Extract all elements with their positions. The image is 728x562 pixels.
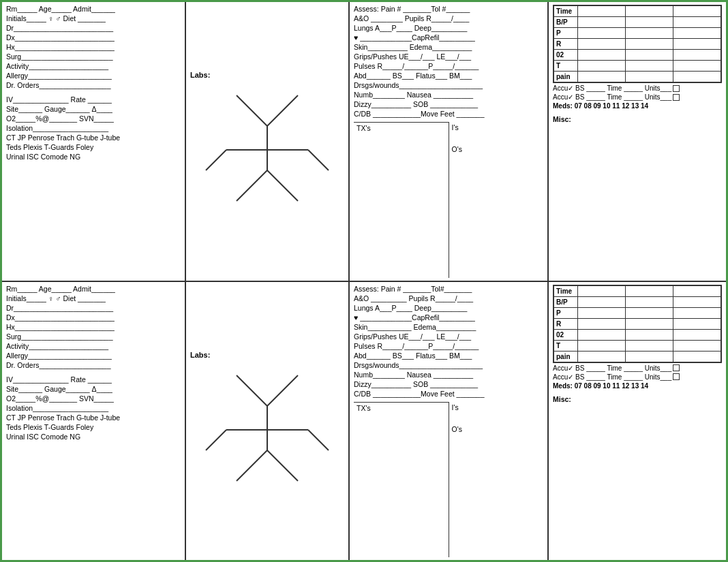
vitals-label-t: T: [554, 61, 578, 72]
bot-vitals-cell-pain-1: [578, 351, 626, 362]
bot-vitals-cell-bp-3: [673, 296, 721, 307]
bot-dr-orders: Dr. Orders__________________: [6, 361, 181, 369]
bot-vitals-label-r: R: [554, 318, 578, 329]
bot-accu2-checkbox[interactable]: [673, 373, 680, 380]
top-labs-label: Labs:: [190, 71, 210, 79]
svg-line-8: [237, 375, 267, 406]
top-assess-col: Assess: Pain # _______Tol #______ A&O __…: [350, 2, 549, 281]
assess-line1: Assess: Pain # _______Tol #______: [354, 5, 543, 13]
is-label: I's: [452, 123, 541, 131]
svg-line-9: [267, 375, 298, 406]
bot-vitals-cell-time-3: [673, 285, 721, 296]
page: Rm_____ Age_____ Admit______ Initials___…: [0, 0, 728, 562]
assess-line3: Lungs A___P____ Deep_________: [354, 24, 543, 32]
bot-vitals-label-time: Time: [554, 285, 578, 296]
vitals-cell-bp-3: [673, 17, 721, 28]
top-accu2-checkbox[interactable]: [673, 94, 680, 101]
assess-line5: Skin__________ Edema__________: [354, 43, 543, 51]
bot-vitals-row-02: 02: [554, 329, 721, 340]
top-accu1: Accu✓ BS _____ Time _____ Units___: [553, 84, 722, 92]
vitals-row-r: R: [554, 39, 721, 50]
vitals-label-p: P: [554, 28, 578, 39]
bot-teds: Teds Plexis T-Guards Foley: [6, 423, 181, 431]
bot-vitals-cell-bp-2: [626, 296, 673, 307]
vitals-cell-t-1: [578, 61, 626, 72]
svg-line-6: [206, 150, 226, 170]
bot-misc: Misc:: [553, 395, 722, 403]
bot-vitals-cell-time-1: [578, 285, 626, 296]
vitals-cell-p-2: [626, 28, 673, 39]
bot-vitals-cell-p-1: [578, 307, 626, 318]
vitals-cell-t-2: [626, 61, 673, 72]
bot-iv-rate: IV______________ Rate ______: [6, 375, 181, 384]
vitals-cell-pain-2: [626, 72, 673, 82]
vitals-cell-time-3: [673, 6, 721, 17]
bot-accu2: Accu✓ BS _____ Time _____ Units___: [553, 373, 722, 381]
bot-hx: Hx_________________________: [6, 323, 181, 331]
bot-vitals-row-r: R: [554, 318, 721, 329]
vitals-cell-time-2: [626, 6, 673, 17]
bot-tx-right: I's O's: [449, 402, 544, 558]
vitals-cell-02-3: [673, 50, 721, 61]
bot-dr: Dr_________________________: [6, 304, 181, 312]
bot-vitals-cell-t-2: [626, 340, 673, 351]
bot-assess-line1: Assess: Pain # _______Tol#_______: [354, 285, 543, 293]
vitals-cell-t-3: [673, 61, 721, 72]
vitals-cell-02-1: [578, 50, 626, 61]
bot-vitals-cell-t-3: [673, 340, 721, 351]
site-gauge: Site______ Gauge______ Δ____: [6, 105, 181, 113]
vitals-cell-bp-2: [626, 17, 673, 28]
bot-patient-col: Rm_____ Age_____ Admit______ Initials___…: [2, 282, 186, 561]
tx-left: TX's: [354, 122, 449, 278]
bot-assess-line10: Numb________ Nausea __________: [354, 371, 543, 379]
iv-rate: IV______________ Rate ______: [6, 95, 181, 104]
bot-accu1-checkbox[interactable]: [673, 364, 680, 371]
top-meds: Meds: 07 08 09 10 11 12 13 14: [553, 102, 722, 110]
bot-urinal: Urinal ISC Comode NG: [6, 433, 181, 441]
bot-assess-line11: Dizzy__________ SOB ____________: [354, 380, 543, 388]
bot-assess-line4: ♥ _____________CapRefil_________: [354, 313, 543, 322]
top-half: Rm_____ Age_____ Admit______ Initials___…: [2, 2, 726, 282]
assess-line9: Drsgs/wounds_____________________: [354, 81, 543, 89]
ct-jp: CT JP Penrose Trach G-tube J-tube: [6, 134, 181, 142]
bot-ct-jp: CT JP Penrose Trach G-tube J-tube: [6, 413, 181, 422]
top-accu1-checkbox[interactable]: [673, 85, 680, 92]
vitals-label-bp: B/P: [554, 17, 578, 28]
vitals-cell-p-1: [578, 28, 626, 39]
bot-vitals-grid: Time B/P P: [553, 285, 722, 363]
vitals-cell-r-1: [578, 39, 626, 50]
bot-vitals-label-02: 02: [554, 329, 578, 340]
bot-assess-line6: Grips/Pushes UE___/___ LE___/___: [354, 332, 543, 341]
bot-accu1: Accu✓ BS _____ Time _____ Units___: [553, 364, 722, 372]
tx-label: TX's: [357, 124, 446, 132]
activity: Activity____________________: [6, 62, 181, 70]
vitals-label-r: R: [554, 39, 578, 50]
vitals-cell-pain-1: [578, 72, 626, 82]
bot-assess-line8: Abd______ BS___ Flatus___ BM___: [354, 352, 543, 360]
bot-vitals-cell-r-1: [578, 318, 626, 329]
rm-age-admit: Rm_____ Age_____ Admit______: [6, 5, 181, 13]
assess-line7: Pulses R_____/______P_____/______: [354, 62, 543, 70]
assess-line4: ♥ _____________CapRefil_________: [354, 33, 543, 42]
bot-vitals-cell-pain-2: [626, 351, 673, 362]
svg-line-1: [267, 95, 298, 126]
bot-tx-left: TX's: [354, 402, 449, 558]
bot-vitals-row-p: P: [554, 307, 721, 318]
isolation: Isolation___________________: [6, 124, 181, 132]
bot-meds: Meds: 07 08 09 10 11 12 13 14: [553, 382, 722, 390]
bot-os-label: O's: [452, 425, 541, 433]
vitals-cell-r-2: [626, 39, 673, 50]
vitals-cell-pain-3: [673, 72, 721, 82]
svg-line-15: [308, 430, 329, 450]
vitals-row-pain: pain: [554, 72, 721, 82]
bot-labs-col: Labs:: [186, 282, 350, 561]
os-label: O's: [452, 145, 541, 153]
bot-vitals-cell-02-2: [626, 329, 673, 340]
top-patient-col: Rm_____ Age_____ Admit______ Initials___…: [2, 2, 186, 281]
bot-assess-line12: C/DB ____________Move Feet _______: [354, 390, 543, 398]
bot-assess-line3: Lungs A___P____ Deep_________: [354, 304, 543, 312]
bot-assess-line5: Skin___________ Edema__________: [354, 323, 543, 331]
vitals-cell-p-3: [673, 28, 721, 39]
dr: Dr_________________________: [6, 24, 181, 32]
hx: Hx_________________________: [6, 43, 181, 51]
